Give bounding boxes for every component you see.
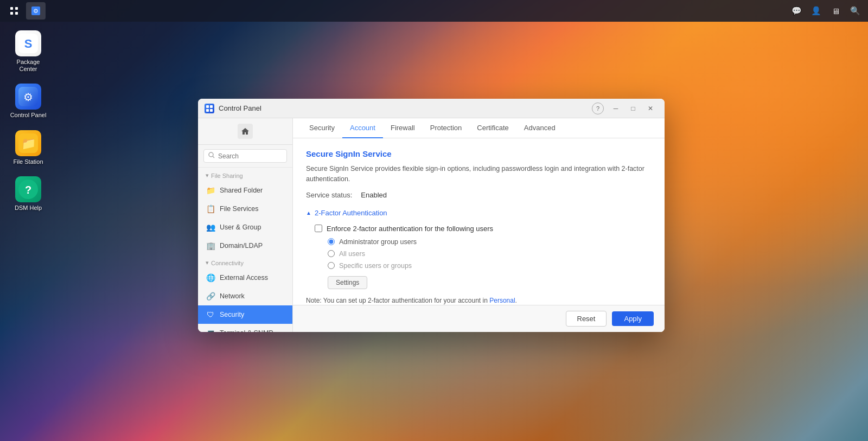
sidebar-home-button[interactable] [238, 124, 253, 139]
sidebar-section-file-sharing: ▾ File Sharing [198, 168, 292, 181]
svg-rect-16 [206, 109, 209, 112]
package-center-icon-img: S [15, 30, 41, 56]
section-title: Secure SignIn Service [306, 149, 652, 158]
taskbar-right: 💬 👤 🖥 🔍 [788, 2, 864, 20]
section-label-connectivity: Connectivity [211, 260, 244, 266]
note-row: Note: You can set up 2-factor authentica… [306, 297, 652, 304]
reset-button[interactable]: Reset [566, 311, 607, 327]
sidebar-section-connectivity: ▾ Connectivity [198, 255, 292, 269]
user-icon[interactable]: 👤 [807, 2, 825, 20]
taskbar: ⚙ 💬 👤 🖥 🔍 [0, 0, 868, 22]
svg-point-18 [209, 152, 213, 157]
control-panel-window: Control Panel ? ─ □ ✕ [198, 99, 665, 332]
control-panel-icon-img: ⚙ [15, 84, 41, 110]
radio-specific-users: Specific users or groups [328, 262, 652, 270]
package-center-icon[interactable]: S Package Center [7, 27, 50, 76]
tab-firewall[interactable]: Firewall [383, 118, 423, 138]
external-access-icon: 🌐 [206, 273, 215, 283]
user-group-icon: 👥 [206, 222, 215, 232]
service-status-label: Service status: [306, 191, 352, 199]
search-input[interactable] [218, 152, 282, 160]
window-maximize-button[interactable]: □ [626, 103, 641, 114]
note-prefix: Note: You can set up 2-factor authentica… [306, 297, 489, 304]
app-grid-button[interactable] [4, 2, 24, 20]
tab-protection[interactable]: Protection [423, 118, 470, 138]
section-description: Secure SignIn Service provides flexible … [306, 164, 652, 184]
sidebar-item-file-services[interactable]: 📋 File Services [198, 200, 292, 218]
desktop-icons: S Package Center ⚙ Control Panel [7, 27, 50, 215]
file-services-icon: 📋 [206, 204, 215, 214]
window-controls: ─ □ ✕ [608, 103, 658, 114]
window-app-icon [205, 104, 214, 113]
enforce-2fa-label: Enforce 2-factor authentication for the … [327, 225, 493, 233]
svg-rect-1 [15, 7, 18, 10]
sidebar-item-label-security: Security [220, 311, 244, 318]
main-content: Security Account Firewall Protection Cer… [293, 118, 665, 332]
svg-rect-15 [210, 105, 213, 108]
svg-rect-17 [210, 109, 213, 112]
window-help-button[interactable]: ? [592, 103, 604, 114]
sidebar-item-label-network: Network [220, 292, 245, 300]
sidebar-item-label-terminal-snmp: Terminal & SNMP [220, 329, 273, 332]
personal-link[interactable]: Personal [489, 297, 515, 304]
radio-specific-users-input[interactable] [328, 262, 335, 269]
radio-options-group: Administrator group users All users Spec… [315, 238, 652, 270]
two-factor-form: Enforce 2-factor authentication for the … [306, 225, 652, 297]
tab-certificate[interactable]: Certificate [469, 118, 516, 138]
enforce-2fa-checkbox[interactable] [315, 225, 322, 232]
sidebar-item-external-access[interactable]: 🌐 External Access [198, 269, 292, 287]
search-icon [208, 152, 215, 160]
package-center-label: Package Center [10, 59, 47, 73]
window-title: Control Panel [219, 104, 592, 112]
sidebar-item-network[interactable]: 🔗 Network [198, 287, 292, 305]
sidebar-item-security[interactable]: 🛡 Security [198, 305, 292, 324]
control-panel-desktop-icon[interactable]: ⚙ Control Panel [7, 80, 50, 122]
radio-specific-users-label: Specific users or groups [339, 262, 412, 270]
radio-admin-group-label: Administrator group users [339, 238, 417, 246]
radio-all-users-label: All users [339, 250, 365, 258]
chevron-up-icon: ▲ [306, 210, 311, 216]
network-icon: 🔗 [206, 291, 215, 301]
display-icon[interactable]: 🖥 [827, 2, 844, 20]
sidebar-item-label-shared-folder: Shared Folder [220, 187, 263, 194]
two-factor-header[interactable]: ▲ 2-Factor Authentication [306, 209, 652, 217]
radio-all-users-input[interactable] [328, 250, 335, 257]
chat-icon[interactable]: 💬 [788, 2, 805, 20]
control-panel-taskbar-btn[interactable]: ⚙ [26, 2, 46, 20]
file-station-label: File Station [13, 158, 43, 165]
window-close-button[interactable]: ✕ [643, 103, 658, 114]
sidebar-item-label-external-access: External Access [220, 274, 268, 282]
sidebar-item-user-group[interactable]: 👥 User & Group [198, 218, 292, 237]
enforce-checkbox-row: Enforce 2-factor authentication for the … [315, 225, 652, 233]
sidebar-item-domain-ldap[interactable]: 🏢 Domain/LDAP [198, 237, 292, 255]
apply-button[interactable]: Apply [612, 311, 654, 326]
dsm-help-desktop-icon[interactable]: ? DSM Help [7, 173, 50, 215]
svg-rect-3 [15, 12, 18, 15]
search-box [203, 149, 287, 163]
note-suffix: . [515, 297, 517, 304]
radio-admin-group-input[interactable] [328, 238, 335, 245]
tab-account[interactable]: Account [342, 118, 383, 138]
tab-advanced[interactable]: Advanced [516, 118, 563, 138]
sidebar-search-area [198, 145, 292, 168]
window-minimize-button[interactable]: ─ [608, 103, 623, 114]
file-station-desktop-icon[interactable]: 📁 File Station [7, 127, 50, 169]
search-taskbar-icon[interactable]: 🔍 [846, 2, 864, 20]
svg-text:S: S [24, 37, 33, 50]
tab-security[interactable]: Security [302, 118, 342, 138]
svg-text:⚙: ⚙ [23, 91, 33, 103]
two-factor-label: 2-Factor Authentication [315, 209, 387, 217]
sidebar-item-shared-folder[interactable]: 📁 Shared Folder [198, 181, 292, 200]
service-status-row: Service status: Enabled [306, 191, 652, 199]
svg-rect-0 [10, 7, 13, 10]
svg-rect-2 [10, 12, 13, 15]
sidebar: ▾ File Sharing 📁 Shared Folder 📋 File Se… [198, 118, 293, 332]
sidebar-item-terminal-snmp[interactable]: 💻 Terminal & SNMP [198, 324, 292, 332]
service-status-value: Enabled [361, 191, 387, 199]
window-body: ▾ File Sharing 📁 Shared Folder 📋 File Se… [198, 118, 665, 332]
settings-button[interactable]: Settings [328, 276, 367, 289]
sidebar-item-label-user-group: User & Group [220, 223, 261, 231]
window-footer: Reset Apply [293, 305, 665, 332]
svg-rect-14 [206, 105, 209, 108]
svg-line-19 [213, 156, 214, 158]
